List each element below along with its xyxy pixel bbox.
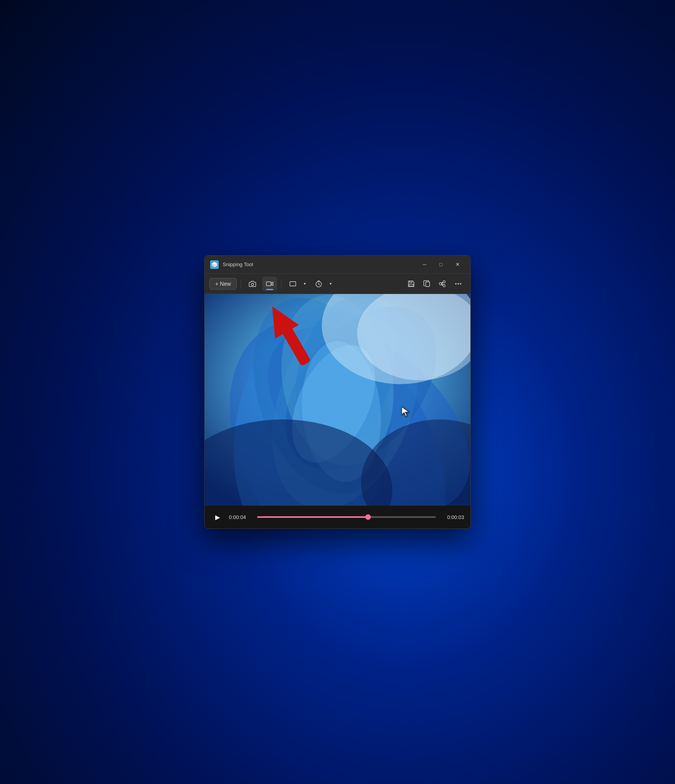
camera-icon [249, 280, 256, 288]
wallpaper [205, 294, 470, 506]
svg-point-10 [460, 283, 461, 285]
close-button[interactable]: ✕ [450, 259, 465, 270]
svg-point-8 [455, 283, 457, 285]
progress-fill [257, 516, 368, 518]
more-options-button[interactable] [451, 277, 466, 291]
title-bar: Snipping Tool ─ □ ✕ [205, 256, 470, 274]
svg-rect-2 [267, 282, 271, 286]
end-time: 0:00:03 [441, 514, 464, 520]
toolbar-separator-2 [281, 279, 281, 289]
save-button[interactable] [404, 277, 419, 291]
svg-point-1 [251, 283, 254, 285]
snipping-tool-window: Snipping Tool ─ □ ✕ + New [204, 255, 471, 529]
svg-rect-3 [290, 281, 296, 286]
timer-button[interactable] [311, 277, 326, 291]
save-icon [407, 280, 415, 288]
window-title: Snipping Tool [223, 261, 413, 267]
copy-button[interactable] [419, 277, 434, 291]
shape-group: ▾ [285, 277, 309, 291]
ellipsis-icon [454, 280, 462, 288]
new-button[interactable]: + New [209, 278, 237, 290]
rectangle-icon [289, 280, 296, 287]
content-area [205, 294, 470, 506]
minimize-button[interactable]: ─ [417, 259, 432, 270]
timer-group: ▾ [311, 277, 335, 291]
share-icon [439, 280, 446, 288]
maximize-button[interactable]: □ [434, 259, 448, 270]
timer-dropdown-button[interactable]: ▾ [326, 277, 335, 291]
shape-button[interactable] [285, 277, 300, 291]
svg-point-9 [457, 283, 459, 285]
video-icon [266, 280, 274, 288]
svg-rect-7 [426, 282, 430, 287]
video-mode-button[interactable] [262, 277, 277, 291]
shape-dropdown-button[interactable]: ▾ [300, 277, 309, 291]
progress-thumb[interactable] [365, 514, 371, 520]
playback-bar: ▶ 0:00:04 0:00:03 [205, 506, 470, 528]
clock-icon [315, 280, 323, 288]
copy-icon [423, 280, 431, 288]
right-tools [404, 277, 466, 291]
current-time: 0:00:04 [229, 514, 252, 520]
window-controls: ─ □ ✕ [417, 259, 465, 270]
progress-track[interactable] [257, 516, 436, 518]
app-icon [210, 260, 219, 269]
svg-rect-6 [409, 284, 413, 286]
play-button[interactable]: ▶ [211, 510, 224, 524]
toolbar-separator [241, 279, 241, 289]
red-arrow-annotation [256, 298, 322, 372]
toolbar: + New ▾ [205, 274, 470, 294]
play-icon: ▶ [215, 514, 220, 521]
share-button[interactable] [435, 277, 450, 291]
svg-rect-5 [410, 281, 412, 283]
screenshot-mode-button[interactable] [245, 277, 260, 291]
